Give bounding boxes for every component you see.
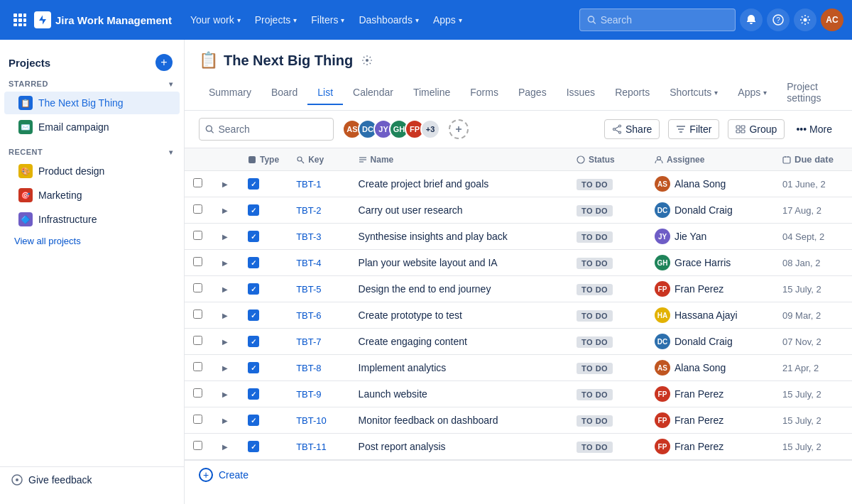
tab-timeline[interactable]: Timeline xyxy=(403,81,460,105)
expand-icon-6[interactable]: ▶ xyxy=(219,336,231,347)
row-key-8[interactable]: TBT-9 xyxy=(288,381,349,407)
sidebar-item-next-big-thing[interactable]: 📋 The Next Big Thing xyxy=(4,92,180,114)
group-button[interactable]: Group xyxy=(728,119,785,139)
sidebar-item-marketing[interactable]: 🎯 Marketing xyxy=(4,184,180,207)
row-key-5[interactable]: TBT-6 xyxy=(288,302,349,329)
row-checkbox-6[interactable] xyxy=(185,329,211,355)
expand-icon-2[interactable]: ▶ xyxy=(219,231,231,242)
checkbox-input-9[interactable] xyxy=(193,415,202,424)
row-key-2[interactable]: TBT-3 xyxy=(288,224,349,250)
checkbox-input-4[interactable] xyxy=(193,283,202,292)
row-status-2[interactable]: TO DO xyxy=(568,224,646,250)
row-name-3[interactable]: Plan your website layout and IA xyxy=(350,250,568,276)
tab-issues[interactable]: Issues xyxy=(557,81,605,105)
row-expand-0[interactable]: ▶ xyxy=(211,171,239,197)
expand-icon-8[interactable]: ▶ xyxy=(219,388,231,400)
row-key-1[interactable]: TBT-2 xyxy=(288,197,349,224)
row-expand-5[interactable]: ▶ xyxy=(211,302,239,329)
row-name-0[interactable]: Create project brief and goals xyxy=(350,171,568,197)
row-assignee-10[interactable]: FP Fran Perez xyxy=(646,434,774,460)
tab-project-settings[interactable]: Project settings xyxy=(777,75,838,111)
expand-icon-1[interactable]: ▶ xyxy=(219,204,231,216)
checkbox-input-1[interactable] xyxy=(193,204,202,214)
tab-apps[interactable]: Apps ▾ xyxy=(728,81,777,105)
row-name-6[interactable]: Create engaging content xyxy=(350,329,568,355)
expand-icon-3[interactable]: ▶ xyxy=(219,257,231,268)
settings-icon[interactable] xyxy=(794,9,816,31)
row-checkbox-2[interactable] xyxy=(185,224,211,250)
row-name-8[interactable]: Launch website xyxy=(350,381,568,407)
row-name-2[interactable]: Synthesise insights and play back xyxy=(350,224,568,250)
checkbox-input-2[interactable] xyxy=(193,231,202,240)
row-expand-6[interactable]: ▶ xyxy=(211,329,239,355)
tab-list[interactable]: List xyxy=(307,81,343,105)
nav-apps[interactable]: Apps ▾ xyxy=(426,10,469,30)
expand-icon-4[interactable]: ▶ xyxy=(219,283,231,295)
th-key[interactable]: Key xyxy=(288,148,349,171)
row-name-7[interactable]: Implement analytics xyxy=(350,355,568,381)
row-expand-10[interactable]: ▶ xyxy=(211,434,239,460)
checkbox-input-7[interactable] xyxy=(193,362,202,371)
row-checkbox-7[interactable] xyxy=(185,355,211,381)
sidebar-item-infrastructure[interactable]: 🔷 Infrastructure xyxy=(4,208,180,231)
row-checkbox-10[interactable] xyxy=(185,434,211,460)
filter-button[interactable]: Filter xyxy=(668,119,719,139)
row-key-9[interactable]: TBT-10 xyxy=(288,407,349,434)
th-type[interactable]: Type xyxy=(239,148,288,171)
expand-icon-10[interactable]: ▶ xyxy=(219,441,231,452)
row-assignee-4[interactable]: FP Fran Perez xyxy=(646,276,774,302)
view-all-projects[interactable]: View all projects xyxy=(0,231,184,251)
row-status-10[interactable]: TO DO xyxy=(568,434,646,460)
sidebar-item-email-campaign[interactable]: ✉️ Email campaign xyxy=(4,116,180,138)
row-expand-3[interactable]: ▶ xyxy=(211,250,239,276)
app-logo[interactable]: Jira Work Management xyxy=(34,11,172,28)
row-key-0[interactable]: TBT-1 xyxy=(288,171,349,197)
th-name[interactable]: Name xyxy=(350,148,568,171)
tab-summary[interactable]: Summary xyxy=(199,81,261,105)
th-assignee[interactable]: Assignee xyxy=(646,148,774,171)
row-status-1[interactable]: TO DO xyxy=(568,197,646,224)
checkbox-input-5[interactable] xyxy=(193,309,202,319)
recent-section-header[interactable]: RECENT ▾ xyxy=(0,145,184,159)
tab-calendar[interactable]: Calendar xyxy=(343,81,403,105)
list-search[interactable] xyxy=(199,118,334,141)
feedback-button[interactable]: Give feedback xyxy=(0,466,184,493)
row-status-8[interactable]: TO DO xyxy=(568,381,646,407)
tab-forms[interactable]: Forms xyxy=(460,81,508,105)
more-button[interactable]: ••• More xyxy=(790,120,838,138)
row-checkbox-0[interactable] xyxy=(185,171,211,197)
row-assignee-0[interactable]: AS Alana Song xyxy=(646,171,774,197)
row-name-5[interactable]: Create prototype to test xyxy=(350,302,568,329)
row-status-5[interactable]: TO DO xyxy=(568,302,646,329)
row-checkbox-8[interactable] xyxy=(185,381,211,407)
row-expand-4[interactable]: ▶ xyxy=(211,276,239,302)
row-status-7[interactable]: TO DO xyxy=(568,355,646,381)
th-due-date[interactable]: Due date xyxy=(774,148,852,171)
list-search-input[interactable] xyxy=(219,124,328,135)
avatar-count[interactable]: +3 xyxy=(420,119,440,139)
create-row[interactable]: + Create xyxy=(185,460,852,489)
nav-projects[interactable]: Projects ▾ xyxy=(248,10,305,30)
search-input[interactable] xyxy=(601,14,728,26)
row-checkbox-5[interactable] xyxy=(185,302,211,329)
row-assignee-8[interactable]: FP Fran Perez xyxy=(646,381,774,407)
checkbox-input-0[interactable] xyxy=(193,178,202,187)
row-name-1[interactable]: Carry out user research xyxy=(350,197,568,224)
row-assignee-6[interactable]: DC Donald Craig xyxy=(646,329,774,355)
tab-pages[interactable]: Pages xyxy=(508,81,557,105)
row-checkbox-9[interactable] xyxy=(185,407,211,434)
row-checkbox-1[interactable] xyxy=(185,197,211,224)
notifications-icon[interactable] xyxy=(740,9,763,31)
row-assignee-1[interactable]: DC Donald Craig xyxy=(646,197,774,224)
row-status-4[interactable]: TO DO xyxy=(568,276,646,302)
row-key-4[interactable]: TBT-5 xyxy=(288,276,349,302)
row-status-6[interactable]: TO DO xyxy=(568,329,646,355)
expand-icon-5[interactable]: ▶ xyxy=(219,309,231,321)
top-search[interactable] xyxy=(579,9,736,31)
create-project-button[interactable]: + xyxy=(155,54,173,71)
row-name-4[interactable]: Design the end to end journey xyxy=(350,276,568,302)
row-key-7[interactable]: TBT-8 xyxy=(288,355,349,381)
add-person-button[interactable] xyxy=(449,119,469,139)
row-name-10[interactable]: Post report analysis xyxy=(350,434,568,460)
row-expand-1[interactable]: ▶ xyxy=(211,197,239,224)
